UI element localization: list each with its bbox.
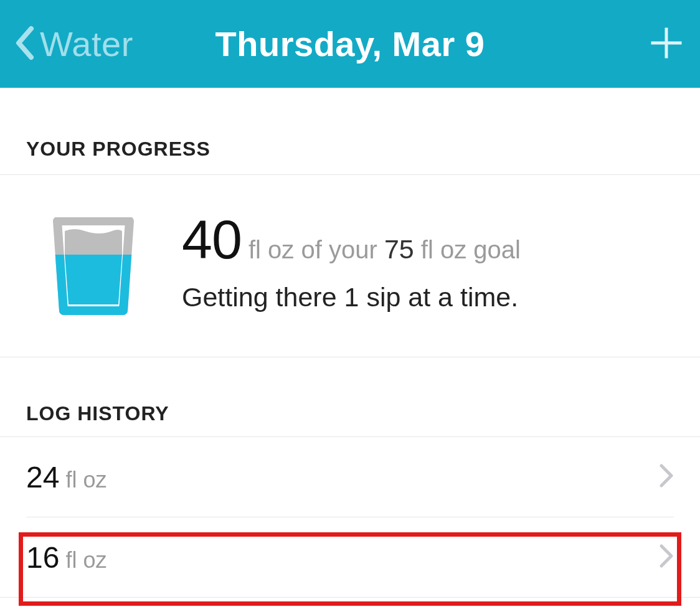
progress-tagline: Getting there 1 sip at a time.	[182, 282, 675, 313]
water-glass-icon	[50, 217, 143, 319]
log-amount-unit: fl oz	[59, 547, 106, 573]
divider	[0, 597, 700, 598]
progress-card: 40 fl oz of your 75 fl oz goal Getting t…	[0, 175, 700, 357]
back-label: Water	[40, 24, 133, 64]
goal-suffix: fl oz goal	[414, 236, 521, 263]
log-history-list: 24 fl oz 16 fl oz	[0, 437, 700, 598]
log-amount-value: 16	[26, 541, 59, 574]
log-amount-value: 24	[26, 461, 59, 494]
plus-icon	[650, 50, 683, 61]
log-entry-amount: 24 fl oz	[26, 460, 106, 494]
of-text: of your	[294, 236, 384, 263]
back-button[interactable]: Water	[12, 24, 133, 64]
goal-amount: 75	[384, 234, 414, 264]
log-entry[interactable]: 24 fl oz	[0, 437, 700, 517]
add-button[interactable]	[650, 27, 683, 62]
current-amount: 40	[182, 209, 242, 270]
log-amount-unit: fl oz	[59, 467, 106, 492]
chevron-right-icon	[659, 463, 674, 491]
current-unit: fl oz	[242, 236, 294, 263]
log-entry[interactable]: 16 fl oz	[0, 517, 700, 597]
header-bar: Water Thursday, Mar 9	[0, 0, 700, 88]
log-entry-amount: 16 fl oz	[26, 540, 106, 575]
section-title-log: LOG HISTORY	[0, 357, 700, 437]
progress-summary: 40 fl oz of your 75 fl oz goal	[182, 212, 675, 267]
section-title-progress: YOUR PROGRESS	[0, 88, 700, 175]
chevron-right-icon	[659, 544, 674, 571]
chevron-left-icon	[12, 25, 35, 64]
progress-text: 40 fl oz of your 75 fl oz goal Getting t…	[182, 212, 675, 313]
